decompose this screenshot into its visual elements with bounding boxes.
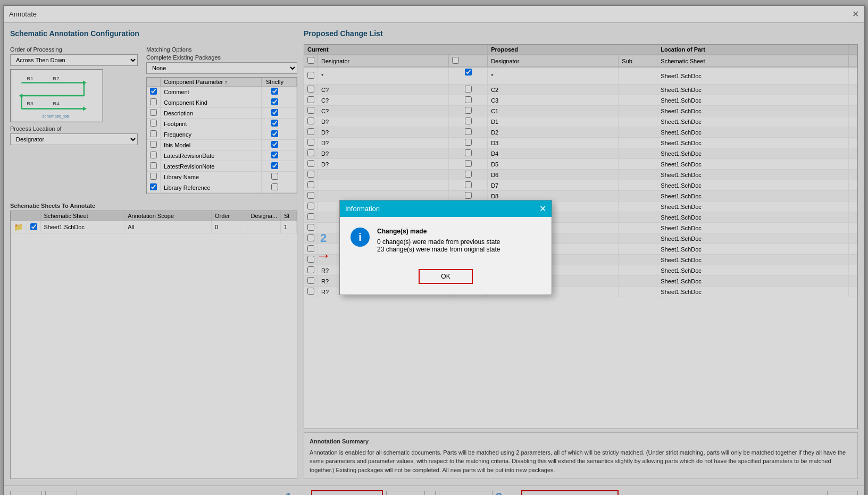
dialog-line2: 23 change(s) were made from original sta… xyxy=(377,246,500,253)
step2-number: 2 xyxy=(320,231,327,245)
dialog-ok-button[interactable]: OK xyxy=(419,269,472,284)
dialog-heading: Change(s) made xyxy=(377,228,500,235)
dialog-line1: 0 change(s) were made from previous stat… xyxy=(377,238,500,246)
dialog-overlay: 2 → Information ✕ i Change(s) made 0 cha… xyxy=(0,0,868,495)
info-icon: i xyxy=(350,228,370,247)
dialog-message: Change(s) made 0 change(s) were made fro… xyxy=(377,228,500,253)
dialog-close-button[interactable]: ✕ xyxy=(539,204,546,214)
dialog-footer: OK xyxy=(340,264,552,295)
dialog-title-bar: Information ✕ xyxy=(340,200,552,217)
info-dialog: Information ✕ i Change(s) made 0 change(… xyxy=(339,200,552,295)
dialog-body: i Change(s) made 0 change(s) were made f… xyxy=(340,217,552,264)
dialog-title: Information xyxy=(345,205,380,213)
arrow-step2: → xyxy=(316,247,331,264)
